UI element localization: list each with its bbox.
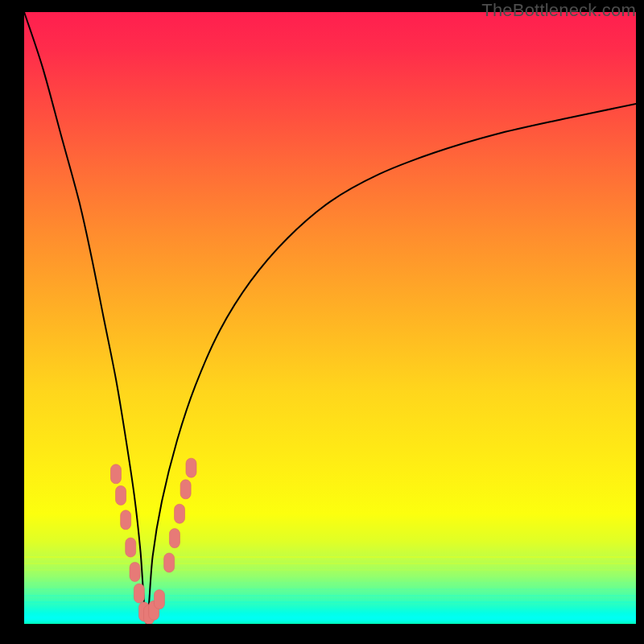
data-point-marker bbox=[186, 458, 196, 477]
data-point-marker bbox=[126, 538, 136, 557]
watermark-text: TheBottleneck.com bbox=[481, 0, 636, 21]
bottleneck-curve bbox=[24, 12, 636, 624]
marker-group bbox=[111, 458, 196, 624]
data-point-marker bbox=[154, 590, 164, 609]
plot-area bbox=[24, 12, 636, 624]
chart-frame: TheBottleneck.com bbox=[0, 0, 644, 644]
data-point-marker bbox=[175, 504, 185, 523]
data-point-marker bbox=[134, 584, 144, 603]
data-point-marker bbox=[116, 485, 126, 505]
data-point-marker bbox=[169, 529, 180, 548]
data-point-marker bbox=[164, 553, 175, 572]
data-point-marker bbox=[180, 480, 191, 499]
data-point-marker bbox=[121, 510, 131, 530]
curve-group bbox=[24, 12, 636, 624]
chart-svg bbox=[24, 12, 636, 624]
data-point-marker bbox=[130, 562, 140, 581]
data-point-marker bbox=[111, 464, 122, 484]
